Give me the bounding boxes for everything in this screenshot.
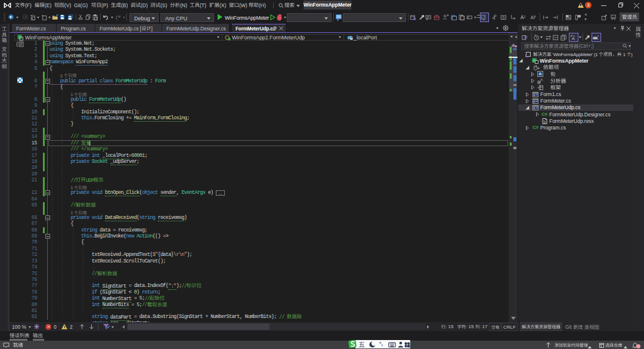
svg-text:0: 0 — [574, 35, 575, 38]
svg-text:2: 2 — [524, 15, 525, 18]
